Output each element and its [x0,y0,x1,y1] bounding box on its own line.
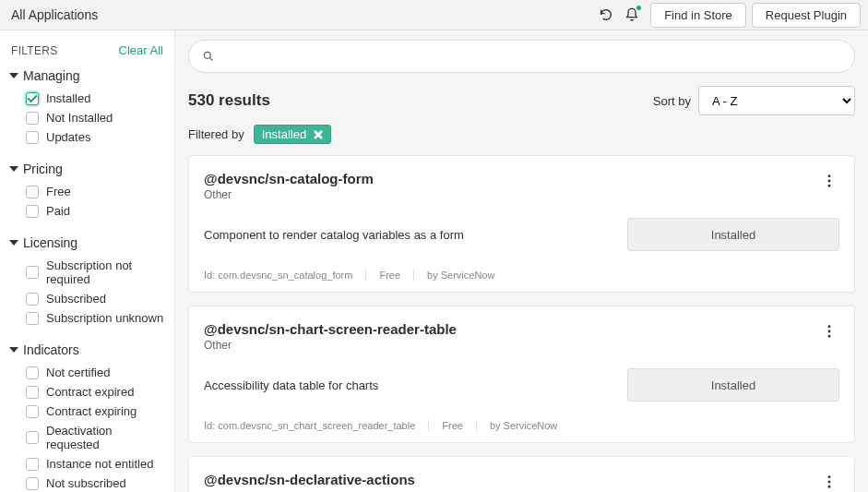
filters-sidebar[interactable]: FILTERS Clear All ManagingInstalledNot I… [0,30,175,492]
filter-checkbox[interactable] [26,131,39,144]
kebab-icon [827,174,831,187]
search-field[interactable] [188,40,855,73]
filter-group-toggle[interactable]: Licensing [9,234,165,256]
filter-label: Not certified [46,366,110,379]
search-input[interactable] [222,50,841,64]
svg-point-3 [828,185,831,187]
chevron-down-icon [9,166,18,172]
app-title: @devsnc/sn-declarative-actions [204,472,415,487]
separator [365,270,366,281]
filter-group-title: Managing [23,68,80,83]
filter-group-toggle[interactable]: Indicators [9,341,165,363]
page-title: All Applications [11,7,98,22]
filter-item[interactable]: Deactivation requested [9,421,165,454]
filter-checkbox[interactable] [26,112,39,125]
filter-item[interactable]: Installed [9,89,165,108]
sort-by-label: Sort by [653,94,691,108]
app-card: @devsnc/sn-chart-screen-reader-tableOthe… [188,306,855,443]
card-menu-button[interactable] [819,472,839,492]
svg-point-7 [828,475,831,478]
filter-item[interactable]: Subscription not required [9,256,165,289]
filter-item[interactable]: Not Installed [9,108,165,127]
app-category: Other [204,339,457,352]
kebab-icon [827,475,831,488]
filter-label: Updates [46,130,90,144]
filter-label: Subscription not required [46,258,165,286]
app-category: Other [204,188,374,201]
filter-item[interactable]: Updates [9,127,165,147]
filter-group-toggle[interactable]: Pricing [9,160,165,182]
filter-label: Contract expiring [46,404,137,418]
svg-point-5 [828,330,831,333]
filter-checkbox[interactable] [26,266,39,279]
sort-by-select[interactable]: A - Z [698,86,855,115]
status-button[interactable]: Installed [627,218,839,251]
refresh-button[interactable] [593,2,619,28]
app-vendor: by ServiceNow [490,420,557,431]
app-description: Accessibility data table for charts [204,378,612,392]
notifications-button[interactable] [619,2,645,28]
notification-dot [636,6,641,10]
card-menu-button[interactable] [819,171,839,191]
filter-checkbox[interactable] [26,186,39,198]
filter-label: Paid [46,204,70,218]
clear-all-link[interactable]: Clear All [119,43,163,57]
svg-point-0 [204,52,210,58]
app-card: @devsnc/sn-catalog-formOtherComponent to… [188,155,855,293]
filter-group-title: Pricing [23,162,63,176]
filter-item[interactable]: Not certified [9,363,165,382]
filter-item[interactable]: Contract expiring [9,402,165,421]
filter-checkbox[interactable] [26,405,39,418]
svg-point-2 [828,180,831,183]
filter-label: Subscription unknown [46,311,163,325]
svg-point-6 [828,335,831,338]
app-title: @devsnc/sn-chart-screen-reader-table [204,321,457,337]
results-count: 530 results [188,91,270,110]
close-icon [314,130,323,139]
filter-checkbox[interactable] [26,312,39,325]
filter-checkbox[interactable] [26,477,39,490]
filter-group: PricingFreePaid [9,160,165,221]
svg-point-9 [828,486,831,488]
filter-item[interactable]: Contract expired [9,382,165,402]
filter-checkbox[interactable] [26,92,39,105]
app-meta: Id: com.devsnc_sn_catalog_formFreeby Ser… [204,270,839,281]
filter-item[interactable]: Free [9,182,165,201]
card-menu-button[interactable] [819,321,839,342]
kebab-icon [827,325,831,338]
app-price: Free [379,270,400,281]
filter-item[interactable]: Not subscribed [9,474,165,492]
filter-group-title: Indicators [23,342,79,357]
filter-label: Not Installed [46,111,113,125]
filter-checkbox[interactable] [26,205,39,218]
separator [413,270,414,281]
chevron-down-icon [9,240,18,246]
filter-item[interactable]: Subscription unknown [9,308,165,328]
filter-item[interactable]: Instance not entitled [9,454,165,474]
filter-checkbox[interactable] [26,431,39,444]
filtered-by-label: Filtered by [188,127,244,141]
find-in-store-button[interactable]: Find in Store [650,3,746,28]
remove-chip-button[interactable] [312,128,325,141]
status-button[interactable]: Installed [627,368,839,402]
filter-group-toggle[interactable]: Managing [9,66,165,89]
app-description: Component to render catalog variables as… [204,228,612,242]
filter-chip-label: Installed [262,127,306,141]
filter-label: Deactivation requested [46,424,165,451]
filter-checkbox[interactable] [26,386,39,399]
filter-checkbox[interactable] [26,458,39,471]
svg-point-8 [828,481,831,484]
request-plugin-button[interactable]: Request Plugin [752,3,861,28]
filter-chip-installed[interactable]: Installed [254,125,331,144]
filter-checkbox[interactable] [26,366,39,379]
filter-item[interactable]: Paid [9,201,165,221]
filter-item[interactable]: Subscribed [9,289,165,308]
chevron-down-icon [9,347,18,353]
filter-checkbox[interactable] [26,293,39,306]
filter-group: IndicatorsNot certifiedContract expiredC… [9,341,165,492]
app-id: Id: com.devsnc_sn_catalog_form [204,270,352,281]
main-content[interactable]: 530 results Sort by A - Z Filtered by In… [175,30,868,492]
app-meta: Id: com.devsnc_sn_chart_screen_reader_ta… [204,420,839,431]
svg-point-1 [828,174,831,177]
filter-group-title: Licensing [23,235,77,250]
